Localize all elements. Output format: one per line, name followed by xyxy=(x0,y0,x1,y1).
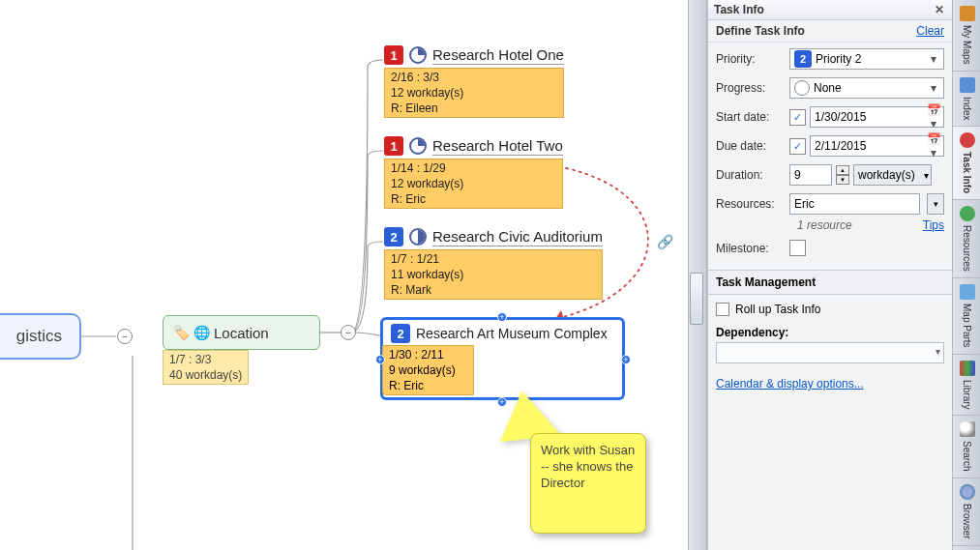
drag-handle[interactable]: + xyxy=(621,355,631,364)
task-node[interactable]: 1 Research Hotel One 2/16 : 3/3 12 workd… xyxy=(384,43,564,118)
task-workdays: 11 workday(s) xyxy=(391,267,596,282)
due-date-label: Due date: xyxy=(716,139,789,153)
tab-task-info[interactable]: Task Info xyxy=(953,127,980,200)
dependency-dropdown[interactable]: ▾ xyxy=(716,342,944,363)
selected-task-detail: 1/30 : 2/11 9 workday(s) R: Eric xyxy=(382,345,474,395)
milestone-label: Milestone: xyxy=(716,242,789,255)
priority-label: Priority: xyxy=(716,52,789,66)
priority-icon: 2 xyxy=(384,227,403,246)
tag-icon: 🏷️ xyxy=(173,325,190,340)
rollup-checkbox[interactable] xyxy=(716,303,729,316)
rollup-row[interactable]: Roll up Task Info xyxy=(708,295,952,326)
tab-my-maps[interactable]: My Maps xyxy=(953,0,980,72)
close-icon[interactable]: ✕ xyxy=(933,3,946,16)
duration-spinner[interactable]: ▲▼ xyxy=(836,165,849,185)
task-title: Research Hotel One xyxy=(432,46,564,65)
due-date-value: 2/11/2015 xyxy=(815,139,866,153)
tab-search[interactable]: Search xyxy=(953,416,980,478)
selected-task-title: Research Art Museum Complex xyxy=(416,326,608,341)
task-info-icon xyxy=(960,132,975,148)
tab-label: Map Parts xyxy=(962,304,972,348)
globe-icon: 🌐 xyxy=(193,325,210,340)
priority-value: Priority 2 xyxy=(816,52,861,66)
task-node[interactable]: 2 Research Civic Auditorium 1/7 : 1/21 1… xyxy=(384,224,603,300)
duration-unit-dropdown[interactable]: workday(s) ▾ xyxy=(853,164,932,186)
progress-value: None xyxy=(814,81,842,95)
calendar-options-link[interactable]: Calendar & display options... xyxy=(716,377,864,391)
start-date-input[interactable]: 1/30/2015 📅▾ xyxy=(810,106,944,128)
priority-dropdown[interactable]: 2 Priority 2 ▾ xyxy=(789,48,944,70)
collapse-toggle-location[interactable]: − xyxy=(341,325,356,340)
panel-title: Task Info xyxy=(714,3,764,16)
due-date-input[interactable]: 2/11/2015 📅▾ xyxy=(810,135,944,157)
root-label: gistics xyxy=(16,327,62,346)
tab-label: Task Info xyxy=(962,152,972,193)
map-parts-icon xyxy=(960,284,975,300)
search-icon xyxy=(960,421,975,437)
callout-note[interactable]: Work with Susan -- she knows the Directo… xyxy=(530,433,646,534)
tips-link[interactable]: Tips xyxy=(923,218,944,232)
priority-icon: 1 xyxy=(384,45,403,65)
location-node[interactable]: 🏷️ 🌐 Location xyxy=(163,315,320,350)
task-resource: R: Eileen xyxy=(391,101,557,116)
task-management-header: Task Management xyxy=(708,270,952,295)
tab-label: My Maps xyxy=(962,25,972,65)
due-date-checkbox[interactable]: ✓ xyxy=(789,138,806,155)
maps-icon xyxy=(960,6,975,21)
selected-dates: 1/30 : 2/11 xyxy=(389,347,467,362)
priority-icon: 2 xyxy=(391,324,410,343)
library-icon xyxy=(960,361,975,376)
panel-subtitle-bar: Define Task Info Clear xyxy=(708,20,952,43)
sidebar-tabs: My Maps Index Task Info Resources Map Pa… xyxy=(952,0,980,550)
start-date-value: 1/30/2015 xyxy=(815,110,866,124)
resources-input[interactable] xyxy=(789,193,920,215)
progress-icon xyxy=(409,46,427,64)
task-node[interactable]: 1 Research Hotel Two 1/14 : 1/29 12 work… xyxy=(384,133,563,209)
tab-label: Index xyxy=(962,97,972,120)
chevron-down-icon: ▾ xyxy=(935,346,940,357)
priority-icon: 1 xyxy=(384,136,403,156)
resources-field[interactable] xyxy=(794,197,915,211)
duration-field[interactable] xyxy=(794,168,827,182)
pane-grip[interactable] xyxy=(690,273,703,325)
progress-dropdown[interactable]: None ▾ xyxy=(789,77,944,99)
calendar-icon[interactable]: 📅▾ xyxy=(926,132,941,159)
collapse-toggle-root[interactable]: − xyxy=(117,329,133,344)
task-detail: 1/7 : 1/21 11 workday(s) R: Mark xyxy=(384,249,603,300)
drag-handle[interactable]: + xyxy=(375,355,385,364)
progress-label: Progress: xyxy=(716,81,789,95)
milestone-checkbox[interactable]: ✓ xyxy=(789,240,806,256)
drag-handle[interactable]: + xyxy=(497,312,507,322)
dependency-label: Dependency: xyxy=(716,326,944,339)
priority-chip-icon: 2 xyxy=(794,50,812,68)
relationship-icon[interactable]: 🔗 xyxy=(657,234,673,249)
tab-resources[interactable]: Resources xyxy=(953,200,980,278)
duration-unit-value: workday(s) xyxy=(858,168,915,182)
clear-link[interactable]: Clear xyxy=(916,24,944,38)
calendar-icon[interactable]: 📅▾ xyxy=(926,103,941,130)
tab-library[interactable]: Library xyxy=(953,355,980,417)
index-icon xyxy=(960,77,975,93)
start-date-checkbox[interactable]: ✓ xyxy=(789,109,806,126)
task-title: Research Hotel Two xyxy=(432,137,563,156)
resources-dropdown-button[interactable]: ▾ xyxy=(927,193,944,215)
selected-task-node[interactable]: + + + + 2 Research Art Museum Complex 1/… xyxy=(380,317,625,400)
tab-label: Library xyxy=(962,380,972,410)
mindmap-canvas[interactable]: gistics − 🏷️ 🌐 Location 1/7 : 3/3 40 wor… xyxy=(0,0,707,550)
tab-index[interactable]: Index xyxy=(953,72,980,127)
rollup-label: Roll up Task Info xyxy=(735,303,821,316)
root-node[interactable]: gistics xyxy=(0,313,81,360)
browser-icon xyxy=(960,484,975,500)
chevron-down-icon: ▾ xyxy=(924,170,929,181)
task-dates: 1/7 : 1/21 xyxy=(391,251,596,267)
progress-icon xyxy=(409,228,427,246)
duration-input[interactable] xyxy=(789,164,832,186)
tab-browser[interactable]: Browser xyxy=(953,478,980,546)
resources-count: 1 resource xyxy=(797,218,852,232)
location-label: Location xyxy=(214,325,269,341)
tab-map-parts[interactable]: Map Parts xyxy=(953,278,980,355)
task-dates: 2/16 : 3/3 xyxy=(391,70,557,85)
chevron-down-icon: ▾ xyxy=(926,52,941,66)
task-detail: 2/16 : 3/3 12 workday(s) R: Eileen xyxy=(384,68,564,118)
tab-label: Search xyxy=(962,441,972,472)
